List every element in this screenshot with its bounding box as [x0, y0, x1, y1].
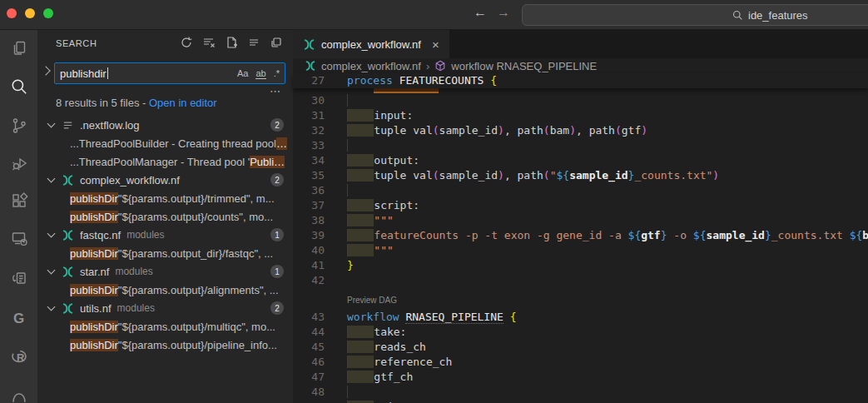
- run-debug-icon[interactable]: [0, 147, 37, 180]
- code-text: reference_ch: [325, 355, 452, 370]
- code-line[interactable]: 41}: [293, 258, 868, 273]
- line-number: 41: [293, 258, 325, 273]
- remote-explorer-icon[interactable]: [0, 221, 37, 255]
- token: ): [712, 169, 719, 182]
- extra-extension-icon[interactable]: [0, 380, 37, 403]
- open-in-editor-link[interactable]: Open in editor: [149, 97, 217, 109]
- code-line[interactable]: 34 output:: [293, 153, 868, 168]
- source-control-icon[interactable]: [0, 109, 37, 142]
- code-line[interactable]: 35 tuple val(sample_id), path("${sample_…: [293, 168, 868, 183]
- match-case-toggle[interactable]: Aa: [237, 68, 248, 78]
- search-details-toggle[interactable]: ⋯: [270, 85, 281, 97]
- token: [393, 74, 399, 87]
- search-result-match-row[interactable]: publishDir "${params.output_dir}/fastqc"…: [37, 244, 293, 262]
- search-input[interactable]: publishdir Aa ab .*: [54, 62, 285, 84]
- clear-search-results-icon[interactable]: [202, 36, 216, 52]
- chevron-down-icon[interactable]: [47, 230, 56, 238]
- match-highlight: …: [276, 137, 287, 150]
- indent-highlight: [347, 154, 374, 167]
- search-query-text: publishdir: [60, 67, 107, 80]
- collapse-all-icon[interactable]: [270, 36, 283, 52]
- code-line[interactable]: 42: [293, 273, 868, 288]
- search-result-file-row[interactable]: fastqc.nfmodules1: [37, 226, 293, 244]
- line-number: 47: [293, 370, 325, 385]
- code-line[interactable]: 31 input:: [293, 108, 868, 123]
- code-line[interactable]: 36: [293, 183, 868, 198]
- navigate-forward-button[interactable]: →: [497, 5, 510, 20]
- tab-complex-workflow[interactable]: complex_workflow.nf ×: [293, 30, 449, 58]
- search-icon[interactable]: [0, 70, 37, 103]
- match-highlight: publishDir: [70, 321, 118, 333]
- navigate-back-button[interactable]: ←: [474, 5, 487, 20]
- close-window-button[interactable]: [7, 8, 17, 18]
- maximize-window-button[interactable]: [43, 8, 53, 18]
- token: process: [347, 74, 393, 87]
- code-line[interactable]: 46 reference_ch: [293, 355, 868, 370]
- code-line[interactable]: 48: [293, 385, 868, 400]
- view-as-list-icon[interactable]: [247, 36, 260, 52]
- chevron-down-icon[interactable]: [47, 120, 56, 128]
- code-line[interactable]: 40 """: [293, 243, 868, 258]
- indent-highlight: [347, 356, 374, 368]
- code-line[interactable]: 39 featureCounts -p -t exon -g gene_id -…: [293, 228, 868, 243]
- references-icon[interactable]: [0, 261, 37, 295]
- code-line[interactable]: 44 take:: [293, 325, 868, 340]
- chevron-down-icon[interactable]: [47, 175, 56, 183]
- code-line[interactable]: 37 script:: [293, 198, 868, 213]
- codelens-preview-dag[interactable]: Preview DAG: [293, 288, 868, 310]
- indent-guide: [347, 139, 374, 152]
- gitlens-icon[interactable]: G: [0, 302, 37, 336]
- search-result-match-row[interactable]: ...ThreadPoolBuilder - Creating thread p…: [37, 134, 293, 152]
- explorer-icon[interactable]: [0, 32, 37, 65]
- code-line[interactable]: 47 gtf_ch: [293, 370, 868, 385]
- code-line[interactable]: 33: [293, 138, 868, 153]
- search-result-match-row[interactable]: publishDir "${params.output}/trimmed", m…: [37, 189, 293, 207]
- chevron-down-icon[interactable]: [47, 266, 56, 275]
- indent-highlight: [347, 371, 374, 383]
- search-result-file-row[interactable]: utils.nfmodules2: [37, 299, 293, 317]
- r-language-icon[interactable]: R: [0, 341, 37, 374]
- sticky-scroll-line[interactable]: 27process FEATURECOUNTS {: [293, 73, 868, 88]
- toggle-replace-chevron-icon[interactable]: [41, 66, 50, 75]
- token: ): [498, 124, 504, 137]
- breadcrumb-file[interactable]: complex_workflow.nf: [321, 60, 421, 72]
- code-line[interactable]: 32 tuple val(sample_id), path(bam), path…: [293, 123, 868, 138]
- code-lines[interactable]: 27process FEATURECOUNTS {30 31 input:32 …: [293, 73, 868, 403]
- line-number: 35: [293, 168, 325, 183]
- command-center-search-box[interactable]: ide_features: [522, 4, 868, 26]
- open-new-search-editor-icon[interactable]: [225, 36, 238, 52]
- token: {: [510, 311, 517, 323]
- line-number: 44: [293, 325, 325, 340]
- search-result-match-row[interactable]: publishDir "${params.output}/alignments"…: [37, 281, 293, 299]
- refresh-icon[interactable]: [180, 36, 193, 52]
- token: }: [347, 259, 354, 271]
- match-highlight: Publi…: [250, 156, 285, 168]
- search-result-file-row[interactable]: .nextflow.log2: [37, 116, 293, 134]
- token: (: [615, 124, 622, 137]
- editor-group: complex_workflow.nf × complex_workflow.n…: [293, 30, 868, 403]
- line-number: 32: [293, 123, 325, 138]
- code-line[interactable]: 45 reads_ch: [293, 340, 868, 355]
- code-text: [325, 385, 374, 400]
- extensions-icon[interactable]: [0, 184, 37, 217]
- code-line[interactable]: 30: [293, 93, 868, 108]
- match-text: "${params.output}/multiqc", mo...: [118, 321, 275, 333]
- title-bar: ← → ide_features: [0, 0, 868, 30]
- code-line[interactable]: 49 main:: [293, 400, 868, 403]
- search-result-match-row[interactable]: publishDir "${params.output}/counts", mo…: [37, 207, 293, 226]
- code-line[interactable]: 43workflow RNASEQ_PIPELINE {: [293, 310, 868, 325]
- close-tab-icon[interactable]: ×: [432, 37, 439, 52]
- token: (: [543, 169, 550, 182]
- minimize-window-button[interactable]: [25, 8, 35, 18]
- search-result-file-row[interactable]: star.nfmodules1: [37, 262, 293, 281]
- code-line[interactable]: 38 """: [293, 213, 868, 228]
- search-result-match-row[interactable]: publishDir "${params.output}/multiqc", m…: [37, 317, 293, 336]
- breadcrumb-symbol[interactable]: workflow RNASEQ_PIPELINE: [451, 60, 597, 72]
- search-result-match-row[interactable]: ...ThreadPoolManager - Thread pool 'Publ…: [37, 152, 293, 171]
- chevron-down-icon[interactable]: [47, 303, 56, 311]
- whole-word-toggle[interactable]: ab: [255, 68, 265, 79]
- regex-toggle[interactable]: .*: [274, 68, 280, 78]
- match-highlight: publishDir: [70, 284, 118, 296]
- search-result-match-row[interactable]: publishDir "${params.output}/pipeline_in…: [37, 336, 293, 354]
- search-result-file-row[interactable]: complex_workflow.nf2: [37, 171, 293, 189]
